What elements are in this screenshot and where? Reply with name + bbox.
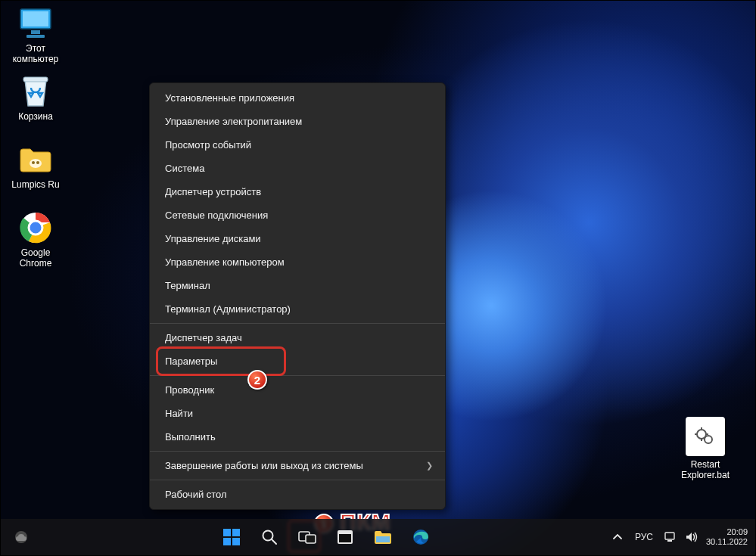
taskbar-center [42, 522, 611, 552]
clock-time: 20:09 [706, 527, 748, 537]
desktop-icon-label: GoogleChrome [20, 247, 52, 269]
chevron-up-icon [612, 532, 623, 542]
clock[interactable]: 20:09 30.11.2022 [706, 527, 748, 547]
start-context-menu: Установленные приложения Управление элек… [149, 82, 446, 510]
desktop-icon-this-pc[interactable]: Этоткомпьютер [5, 5, 66, 66]
desktop-icon-recycle-bin[interactable]: Корзина [5, 73, 66, 134]
taskview-button[interactable] [292, 522, 322, 552]
svg-point-6 [32, 161, 35, 164]
start-button[interactable] [216, 522, 247, 552]
ctx-desktop[interactable]: Рабочий стол [150, 483, 445, 506]
svg-rect-3 [26, 35, 45, 38]
ctx-device-manager[interactable]: Диспетчер устройств [150, 180, 445, 203]
svg-rect-18 [223, 529, 231, 536]
svg-rect-1 [23, 11, 48, 26]
desktop-icon-lumpics-folder[interactable]: Lumpics Ru [5, 141, 66, 202]
svg-point-7 [36, 161, 39, 164]
svg-rect-19 [232, 529, 240, 536]
network-icon[interactable] [664, 530, 677, 544]
ctx-search[interactable]: Найти [150, 402, 445, 425]
svg-rect-4 [23, 77, 48, 82]
tray-chevron-up[interactable] [611, 530, 624, 544]
ctx-settings[interactable]: Параметры [150, 349, 445, 373]
monitor-icon [17, 5, 54, 42]
batch-file-icon [686, 417, 725, 456]
ctx-task-manager[interactable]: Диспетчер задач [150, 326, 445, 349]
svg-rect-27 [339, 534, 351, 542]
chrome-icon [17, 210, 54, 246]
ctx-terminal[interactable]: Терминал [150, 274, 445, 297]
app-window-icon [336, 529, 354, 545]
recycle-bin-icon [17, 73, 54, 110]
svg-rect-25 [306, 535, 316, 543]
svg-rect-2 [31, 30, 40, 34]
ctx-computer-management[interactable]: Управление компьютером [150, 250, 445, 274]
taskbar-right: РУС 20:09 30.11.2022 [611, 527, 755, 547]
explorer-button[interactable] [368, 522, 398, 552]
annotation-badge-2: 2 [247, 370, 267, 390]
weather-widget-button[interactable] [6, 522, 36, 552]
desktop-icon-label: Lumpics Ru [11, 179, 59, 190]
desktop-icon-restart-explorer[interactable]: RestartExplorer.bat [674, 417, 737, 485]
ctx-disk-management[interactable]: Управление дисками [150, 227, 445, 250]
ctx-separator [150, 323, 445, 324]
ctx-separator [150, 480, 445, 480]
ctx-system[interactable]: Система [150, 157, 445, 180]
windows-start-icon [222, 527, 241, 547]
svg-rect-20 [223, 538, 231, 545]
ctx-event-viewer[interactable]: Просмотр событий [150, 133, 445, 157]
chevron-right-icon: ❯ [426, 461, 433, 471]
desktop-icon-label: Корзина [18, 111, 53, 122]
ctx-explorer[interactable]: Проводник [150, 378, 445, 402]
clock-date: 30.11.2022 [706, 537, 748, 547]
ctx-network-connections[interactable]: Сетевые подключения [150, 203, 445, 227]
search-icon [261, 529, 278, 545]
desktop-icon-label: RestartExplorer.bat [681, 459, 730, 480]
ctx-power-options[interactable]: Управление электропитанием [150, 110, 445, 133]
file-explorer-icon [373, 529, 393, 545]
volume-icon[interactable] [685, 530, 698, 544]
search-button[interactable] [254, 522, 285, 552]
ctx-run[interactable]: Выполнить [150, 425, 445, 449]
edge-icon [412, 528, 430, 546]
ctx-terminal-admin[interactable]: Терминал (Администратор) [150, 297, 445, 321]
ctx-shutdown-signout[interactable]: Завершение работы или выход из системы❯ [150, 454, 445, 477]
svg-rect-30 [665, 533, 674, 539]
svg-rect-21 [232, 538, 240, 545]
desktop-screen: Этоткомпьютер Корзина Lumpics Ru GoogleC… [1, 1, 755, 555]
language-indicator[interactable]: РУС [632, 530, 656, 544]
svg-line-23 [272, 539, 276, 544]
desktop-icon-label: Этоткомпьютер [13, 43, 59, 64]
edge-button[interactable] [406, 522, 436, 552]
svg-point-12 [705, 436, 712, 443]
taskview-icon [298, 529, 316, 545]
folder-icon [17, 141, 54, 178]
ctx-separator [150, 375, 445, 376]
taskbar-left [1, 522, 42, 552]
svg-rect-31 [667, 540, 672, 542]
desktop-icons-column: Этоткомпьютер Корзина Lumpics Ru GoogleC… [5, 5, 75, 278]
ctx-separator [150, 451, 445, 452]
svg-point-5 [30, 159, 42, 168]
pinned-app-dark[interactable] [330, 522, 360, 552]
taskbar: РУС 20:09 30.11.2022 [1, 519, 755, 555]
desktop-icon-google-chrome[interactable]: GoogleChrome [5, 210, 66, 270]
svg-rect-28 [376, 536, 390, 542]
ctx-installed-apps[interactable]: Установленные приложения [150, 86, 445, 110]
